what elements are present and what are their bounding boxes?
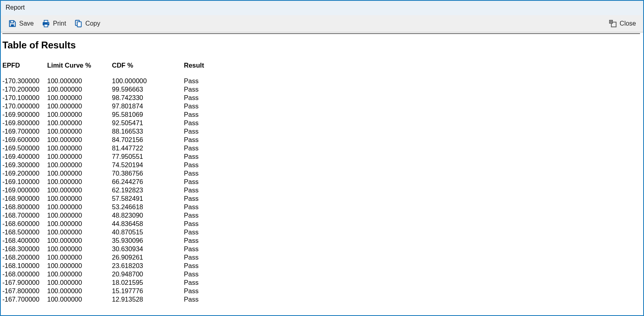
cell-limit: 100.000000 — [47, 161, 112, 169]
copy-button[interactable]: Copy — [71, 18, 103, 30]
report-scroll-area[interactable]: Table of Results EPFD Limit Curve % CDF … — [1, 32, 643, 312]
table-row: -169.800000100.00000092.505471Pass — [2, 119, 224, 127]
cell-limit: 100.000000 — [47, 211, 112, 220]
svg-rect-0 — [10, 21, 13, 23]
cell-result: Pass — [184, 94, 224, 102]
cell-limit: 100.000000 — [47, 245, 112, 253]
col-header-limit: Limit Curve % — [47, 61, 112, 77]
cell-cdf: 35.930096 — [112, 236, 184, 245]
close-button-label: Close — [620, 20, 636, 27]
svg-rect-7 — [78, 22, 82, 27]
cell-epfd: -170.000000 — [2, 102, 47, 110]
cell-cdf: 97.801874 — [112, 102, 184, 110]
cell-result: Pass — [184, 102, 224, 110]
table-row: -169.400000100.00000077.950551Pass — [2, 152, 224, 161]
table-row: -169.300000100.00000074.520194Pass — [2, 161, 224, 169]
save-button-label: Save — [19, 20, 34, 27]
window-title-bar: Report — [1, 1, 643, 15]
table-row: -168.600000100.00000044.836458Pass — [2, 220, 224, 228]
cell-epfd: -169.300000 — [2, 161, 47, 169]
cell-cdf: 57.582491 — [112, 194, 184, 203]
cell-result: Pass — [184, 186, 224, 194]
cell-cdf: 84.702156 — [112, 136, 184, 144]
cell-limit: 100.000000 — [47, 220, 112, 228]
cell-result: Pass — [184, 203, 224, 211]
cell-limit: 100.000000 — [47, 119, 112, 127]
cell-result: Pass — [184, 152, 224, 161]
table-row: -168.200000100.00000026.909261Pass — [2, 253, 224, 262]
cell-epfd: -168.800000 — [2, 203, 47, 211]
window-title: Report — [6, 4, 25, 11]
cell-cdf: 77.950551 — [112, 152, 184, 161]
cell-result: Pass — [184, 119, 224, 127]
cell-limit: 100.000000 — [47, 194, 112, 203]
svg-rect-1 — [11, 24, 14, 27]
save-button[interactable]: Save — [5, 18, 37, 30]
cell-cdf: 44.836458 — [112, 220, 184, 228]
table-row: -170.000000100.00000097.801874Pass — [2, 102, 224, 110]
cell-limit: 100.000000 — [47, 278, 112, 287]
cell-limit: 100.000000 — [47, 295, 112, 304]
cell-cdf: 92.505471 — [112, 119, 184, 127]
table-row: -170.200000100.00000099.596663Pass — [2, 85, 224, 94]
cell-limit: 100.000000 — [47, 110, 112, 119]
cell-epfd: -168.400000 — [2, 236, 47, 245]
cell-cdf: 26.909261 — [112, 253, 184, 262]
close-icon — [608, 19, 617, 28]
results-table: EPFD Limit Curve % CDF % Result -170.300… — [2, 61, 224, 304]
cell-epfd: -170.200000 — [2, 85, 47, 94]
table-row: -169.600000100.00000084.702156Pass — [2, 136, 224, 144]
cell-epfd: -169.700000 — [2, 127, 47, 136]
cell-result: Pass — [184, 77, 224, 85]
cell-limit: 100.000000 — [47, 136, 112, 144]
close-button[interactable]: Close — [605, 18, 639, 30]
cell-result: Pass — [184, 228, 224, 236]
cell-limit: 100.000000 — [47, 102, 112, 110]
cell-cdf: 88.166533 — [112, 127, 184, 136]
cell-epfd: -169.600000 — [2, 136, 47, 144]
cell-cdf: 48.823090 — [112, 211, 184, 220]
table-row: -168.000000100.00000020.948700Pass — [2, 270, 224, 278]
cell-result: Pass — [184, 245, 224, 253]
cell-cdf: 99.596663 — [112, 85, 184, 94]
table-row: -167.800000100.00000015.197776Pass — [2, 287, 224, 295]
print-button[interactable]: Print — [38, 18, 69, 30]
cell-cdf: 30.630934 — [112, 245, 184, 253]
cell-epfd: -168.000000 — [2, 270, 47, 278]
cell-cdf: 100.000000 — [112, 77, 184, 85]
save-icon — [8, 19, 17, 28]
cell-limit: 100.000000 — [47, 270, 112, 278]
cell-result: Pass — [184, 169, 224, 178]
cell-limit: 100.000000 — [47, 228, 112, 236]
cell-cdf: 98.742330 — [112, 94, 184, 102]
table-row: -168.400000100.00000035.930096Pass — [2, 236, 224, 245]
cell-limit: 100.000000 — [47, 144, 112, 152]
svg-rect-4 — [44, 24, 48, 27]
cell-cdf: 15.197776 — [112, 287, 184, 295]
cell-limit: 100.000000 — [47, 169, 112, 178]
cell-epfd: -169.400000 — [2, 152, 47, 161]
table-row: -170.100000100.00000098.742330Pass — [2, 94, 224, 102]
cell-epfd: -168.500000 — [2, 228, 47, 236]
cell-limit: 100.000000 — [47, 203, 112, 211]
cell-limit: 100.000000 — [47, 262, 112, 270]
cell-cdf: 81.447722 — [112, 144, 184, 152]
cell-cdf: 53.246618 — [112, 203, 184, 211]
print-icon — [42, 19, 50, 28]
cell-epfd: -168.900000 — [2, 194, 47, 203]
table-row: -169.500000100.00000081.447722Pass — [2, 144, 224, 152]
cell-limit: 100.000000 — [47, 186, 112, 194]
table-row: -168.300000100.00000030.630934Pass — [2, 245, 224, 253]
cell-limit: 100.000000 — [47, 77, 112, 85]
cell-result: Pass — [184, 85, 224, 94]
cell-limit: 100.000000 — [47, 178, 112, 186]
table-header-row: EPFD Limit Curve % CDF % Result — [2, 61, 224, 77]
svg-point-5 — [48, 23, 49, 24]
cell-limit: 100.000000 — [47, 127, 112, 136]
cell-cdf: 18.021595 — [112, 278, 184, 287]
cell-result: Pass — [184, 270, 224, 278]
cell-limit: 100.000000 — [47, 94, 112, 102]
cell-epfd: -168.200000 — [2, 253, 47, 262]
cell-cdf: 40.870515 — [112, 228, 184, 236]
cell-result: Pass — [184, 287, 224, 295]
